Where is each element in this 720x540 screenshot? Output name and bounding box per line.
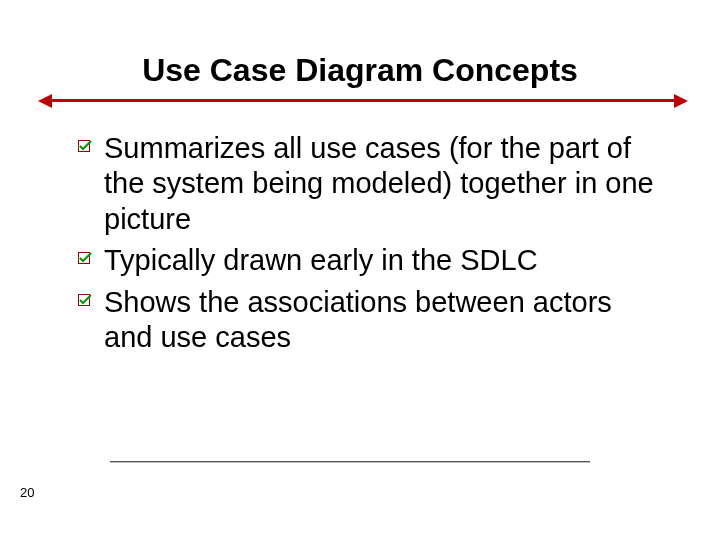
bullet-list: Summarizes all use cases (for the part o… <box>48 131 672 355</box>
divider-line <box>48 99 678 102</box>
list-item-text: Typically drawn early in the SDLC <box>104 244 538 276</box>
footer-divider <box>110 461 590 462</box>
checkbox-icon <box>78 140 92 154</box>
list-item: Shows the associations between actors an… <box>78 285 654 356</box>
slide: Use Case Diagram Concepts Summarizes all… <box>0 0 720 540</box>
page-number: 20 <box>20 485 34 500</box>
title-divider <box>48 97 678 105</box>
arrow-right-icon <box>674 94 688 108</box>
checkbox-icon <box>78 294 92 308</box>
list-item: Summarizes all use cases (for the part o… <box>78 131 654 237</box>
list-item-text: Shows the associations between actors an… <box>104 286 612 353</box>
checkbox-icon <box>78 252 92 266</box>
list-item: Typically drawn early in the SDLC <box>78 243 654 278</box>
page-title: Use Case Diagram Concepts <box>48 52 672 89</box>
list-item-text: Summarizes all use cases (for the part o… <box>104 132 654 235</box>
